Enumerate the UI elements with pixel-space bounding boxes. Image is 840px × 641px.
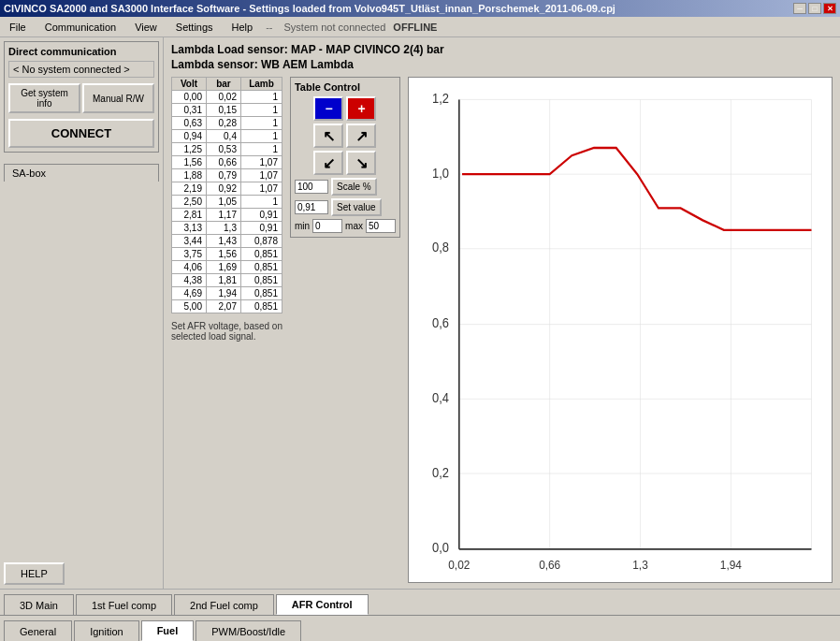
table-cell[interactable]: 1 <box>240 104 282 117</box>
table-cell[interactable]: 0,851 <box>240 287 282 300</box>
arrow-row2: ↙ ↘ <box>295 151 396 175</box>
table-cell[interactable]: 0,63 <box>172 117 207 130</box>
table-cell[interactable]: 2,50 <box>172 196 207 209</box>
table-cell[interactable]: 1 <box>240 117 282 130</box>
table-cell[interactable]: 0,66 <box>206 156 240 169</box>
table-cell[interactable]: 2,81 <box>172 209 207 222</box>
table-cell[interactable]: 1 <box>240 91 282 104</box>
table-cell[interactable]: 1,07 <box>240 156 282 169</box>
col-lamb: Lamb <box>240 78 282 91</box>
table-cell[interactable]: 3,75 <box>172 248 207 261</box>
tab-general[interactable]: General <box>4 620 72 641</box>
connect-button[interactable]: CONNECT <box>8 119 154 148</box>
table-cell[interactable]: 3,44 <box>172 235 207 248</box>
table-cell[interactable]: 0,94 <box>172 130 207 143</box>
tab-3d-main[interactable]: 3D Main <box>4 594 74 615</box>
table-cell[interactable]: 1,3 <box>206 222 240 235</box>
table-cell[interactable]: 0,28 <box>206 117 240 130</box>
table-cell[interactable]: 0,91 <box>240 222 282 235</box>
scale-button[interactable]: Scale % <box>331 178 377 196</box>
arrow-right-up-icon: ↗ <box>355 127 368 145</box>
table-cell[interactable]: 0,851 <box>240 300 282 313</box>
table-cell[interactable]: 1,56 <box>206 248 240 261</box>
no-system-button[interactable]: < No system connected > <box>8 61 154 78</box>
window-controls: ─ □ ✕ <box>793 3 836 14</box>
scale-input[interactable] <box>295 180 328 194</box>
table-cell[interactable]: 1 <box>240 143 282 156</box>
table-cell[interactable]: 0,91 <box>240 209 282 222</box>
table-cell[interactable]: 1,94 <box>206 287 240 300</box>
arrow-right-down-button[interactable]: ↘ <box>346 151 376 175</box>
max-input[interactable] <box>366 219 396 233</box>
minus-button[interactable]: − <box>313 96 343 121</box>
table-cell[interactable]: 4,06 <box>172 261 207 274</box>
table-cell[interactable]: 1,25 <box>172 143 207 156</box>
maximize-button[interactable]: □ <box>808 3 821 14</box>
table-cell[interactable]: 0,31 <box>172 104 207 117</box>
minimize-button[interactable]: ─ <box>793 3 806 14</box>
set-value-button[interactable]: Set value <box>331 198 382 216</box>
tab-ignition[interactable]: Ignition <box>74 620 138 641</box>
table-cell[interactable]: 0,851 <box>240 248 282 261</box>
plus-button[interactable]: + <box>346 96 376 121</box>
table-cell[interactable]: 0,15 <box>206 104 240 117</box>
table-cell[interactable]: 2,07 <box>206 300 240 313</box>
menu-help[interactable]: Help <box>226 20 259 35</box>
manual-rw-button[interactable]: Manual R/W <box>82 83 154 113</box>
table-cell[interactable]: 1,88 <box>172 169 207 182</box>
help-button[interactable]: HELP <box>4 562 65 585</box>
table-cell[interactable]: 0,53 <box>206 143 240 156</box>
svg-text:1,3: 1,3 <box>632 558 648 572</box>
tab-afr-control[interactable]: AFR Control <box>276 594 369 615</box>
table-cell[interactable]: 0,851 <box>240 261 282 274</box>
bottom-tabs: 3D Main 1st Fuel comp 2nd Fuel comp AFR … <box>0 589 840 641</box>
tab-pwm-boost-idle[interactable]: PWM/Boost/Idle <box>196 620 301 641</box>
table-cell[interactable]: 0,851 <box>240 274 282 287</box>
content-title2: Lambda sensor: WB AEM Lambda <box>171 58 833 71</box>
table-cell[interactable]: 0,4 <box>206 130 240 143</box>
close-button[interactable]: ✕ <box>823 3 836 14</box>
title-bar: CIVINCO SA2000 and SA3000 Interface Soft… <box>0 0 840 17</box>
menu-communication[interactable]: Communication <box>39 20 122 35</box>
tab-row-2: General Ignition Fuel PWM/Boost/Idle <box>0 615 840 641</box>
sa-box-tab[interactable]: SA-box <box>4 164 159 182</box>
table-cell[interactable]: 1 <box>240 130 282 143</box>
set-value-input[interactable] <box>295 200 328 214</box>
table-cell[interactable]: 0,02 <box>206 91 240 104</box>
table-cell[interactable]: 1,07 <box>240 182 282 196</box>
menu-view[interactable]: View <box>129 20 163 35</box>
table-cell[interactable]: 2,19 <box>172 182 207 196</box>
table-cell[interactable]: 1,81 <box>206 274 240 287</box>
arrow-left-down-button[interactable]: ↙ <box>313 151 343 175</box>
get-system-info-button[interactable]: Get system info <box>8 83 80 113</box>
menu-settings[interactable]: Settings <box>170 20 219 35</box>
table-cell[interactable]: 0,79 <box>206 169 240 182</box>
menu-file[interactable]: File <box>4 20 32 35</box>
table-cell[interactable]: 1,56 <box>172 156 207 169</box>
table-cell[interactable]: 5,00 <box>172 300 207 313</box>
content-title1: Lambda Load sensor: MAP - MAP CIVINCO 2(… <box>171 43 833 56</box>
arrow-left-up-button[interactable]: ↖ <box>313 124 343 148</box>
table-cell[interactable]: 4,69 <box>172 287 207 300</box>
tab-2nd-fuel-comp[interactable]: 2nd Fuel comp <box>174 594 274 615</box>
tab-1st-fuel-comp[interactable]: 1st Fuel comp <box>76 594 172 615</box>
arrow-right-up-button[interactable]: ↗ <box>346 124 376 148</box>
table-cell[interactable]: 1,69 <box>206 261 240 274</box>
table-cell[interactable]: 1,05 <box>206 196 240 209</box>
table-cell[interactable]: 3,13 <box>172 222 207 235</box>
table-cell[interactable]: 1,07 <box>240 169 282 182</box>
table-cell[interactable]: 4,38 <box>172 274 207 287</box>
svg-text:0,6: 0,6 <box>432 316 449 331</box>
min-input[interactable] <box>312 219 342 233</box>
table-cell[interactable]: 0,92 <box>206 182 240 196</box>
svg-text:0,02: 0,02 <box>448 558 470 572</box>
table-section: Volt bar Lamb 0,000,0210,310,1510,630,28… <box>171 77 282 583</box>
content-area: Lambda Load sensor: MAP - MAP CIVINCO 2(… <box>164 37 840 589</box>
table-cell[interactable]: 0,878 <box>240 235 282 248</box>
table-cell[interactable]: 1 <box>240 196 282 209</box>
table-cell[interactable]: 1,43 <box>206 235 240 248</box>
tab-fuel[interactable]: Fuel <box>141 620 195 641</box>
table-cell[interactable]: 0,00 <box>172 91 207 104</box>
table-cell[interactable]: 1,17 <box>206 209 240 222</box>
table-control-section: Table Control − + ↖ ↗ <box>290 77 400 583</box>
